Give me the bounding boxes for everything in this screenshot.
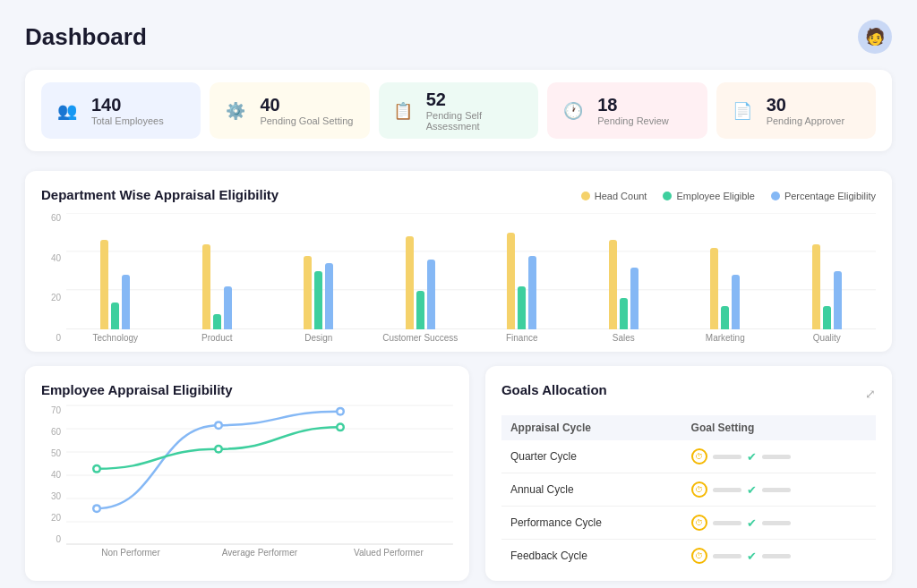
line-xaxis-label: Valued Performer	[324, 548, 453, 558]
legend-label: Employee Eligible	[676, 191, 754, 201]
goals-row: Annual Cycle ⏱ ✔	[501, 473, 876, 507]
bar-blue	[325, 263, 333, 329]
bar-yellow	[304, 256, 312, 329]
line-xaxis-label: Average Performer	[195, 548, 324, 558]
bar-blue	[224, 286, 232, 329]
goal-row-meta: ⏱ ✔	[691, 515, 867, 531]
bar-group	[66, 240, 165, 329]
goal-clock-icon: ⏱	[691, 448, 707, 464]
goal-clock-icon: ⏱	[691, 481, 707, 498]
goal-cycle-cell: Performance Cycle	[501, 507, 682, 540]
stat-icon-pending-goal: ⚙️	[220, 96, 251, 126]
bar-group	[270, 256, 368, 329]
stat-label-total-employees: Total Employees	[91, 115, 164, 126]
goal-bar-mini-2	[762, 455, 791, 459]
bar-green	[111, 303, 119, 329]
goals-title: Goals Allocation	[501, 382, 607, 397]
line-dot-inner	[95, 466, 99, 471]
line-chart-svg	[66, 405, 453, 544]
bar-group-label: Finance	[473, 333, 571, 343]
goal-setting-cell: ⏱ ✔	[682, 507, 876, 540]
line-chart-xaxis: Non PerformerAverage PerformerValued Per…	[66, 548, 453, 558]
stat-cards-container: 👥 140 Total Employees ⚙️ 40 Pending Goal…	[25, 70, 892, 151]
line-chart-area: 7060504030200	[66, 405, 453, 544]
stat-label-pending-self: Pending Self Assessment	[426, 110, 527, 132]
bottom-row: Employee Appraisal Eligibility 706050403…	[25, 366, 892, 581]
line-xaxis-label: Non Performer	[66, 548, 195, 558]
bar-chart-section: Department Wise Appraisal Eligibility He…	[25, 171, 892, 352]
bar-green	[416, 291, 424, 329]
bar-yellow	[406, 236, 414, 329]
goal-setting-cell: ⏱ ✔	[682, 473, 876, 507]
bar-group-inner	[473, 233, 571, 329]
legend-dot	[771, 192, 780, 200]
bar-group-label: Sales	[575, 333, 673, 343]
line-yaxis-label: 40	[41, 470, 61, 480]
stat-card-pending-self[interactable]: 📋 52 Pending Self Assessment	[379, 82, 538, 139]
goal-bar-mini-2	[762, 554, 791, 558]
goal-bar-mini	[713, 455, 741, 459]
line-dot-inner	[95, 507, 99, 511]
stat-card-pending-goal[interactable]: ⚙️ 40 Pending Goal Setting	[210, 82, 369, 139]
avatar[interactable]: 🧑	[858, 20, 892, 54]
bar-group	[778, 244, 877, 329]
stat-icon-pending-review: 🕐	[558, 96, 588, 126]
stat-num-pending-goal: 40	[260, 95, 353, 115]
bar-blue	[122, 275, 130, 329]
bar-chart-yaxis: 6040200	[41, 213, 61, 343]
stat-label-pending-review: Pending Review	[597, 115, 669, 126]
bar-group	[575, 240, 673, 329]
bar-green	[721, 306, 729, 329]
col-goal-setting: Goal Setting	[682, 415, 876, 440]
bar-green	[518, 286, 526, 329]
line-yaxis-label: 70	[41, 405, 61, 415]
bar-group-inner	[168, 244, 267, 329]
bar-yellow	[710, 248, 718, 329]
goals-row: Quarter Cycle ⏱ ✔	[501, 440, 876, 473]
goal-check-icon: ✔	[747, 450, 757, 464]
bar-group	[473, 233, 571, 329]
line-dot-inner	[217, 423, 221, 428]
legend-dot	[581, 192, 590, 200]
goal-cycle-cell: Quarter Cycle	[501, 440, 682, 473]
page-title: Dashboard	[25, 23, 147, 51]
stat-info-pending-review: 18 Pending Review	[597, 95, 669, 126]
bar-group-inner	[66, 240, 165, 329]
bar-yaxis-label: 60	[41, 213, 61, 223]
goal-bar-mini	[713, 521, 741, 525]
legend-label: Percentage Eligibility	[784, 191, 876, 201]
bar-group-label: Customer Success	[372, 333, 470, 343]
bar-yaxis-label: 0	[41, 333, 61, 343]
stat-card-pending-approver[interactable]: 📄 30 Pending Approver	[716, 82, 876, 139]
bar-yaxis-label: 20	[41, 293, 61, 303]
header-row: Dashboard 🧑	[25, 20, 892, 54]
expand-icon[interactable]: ⤢	[865, 387, 876, 401]
stat-num-total-employees: 140	[91, 95, 164, 115]
line-dot-inner	[339, 409, 343, 413]
bar-group-label: Product	[168, 333, 267, 343]
stat-card-pending-review[interactable]: 🕐 18 Pending Review	[547, 82, 707, 139]
bar-yellow	[507, 233, 515, 329]
bar-green	[620, 298, 628, 329]
bar-group-inner	[270, 256, 368, 329]
dashboard-wrapper: Dashboard 🧑 👥 140 Total Employees ⚙️ 40 …	[0, 0, 917, 588]
goal-bar-mini-2	[762, 488, 791, 492]
goal-check-icon: ✔	[747, 516, 757, 530]
line-chart-section: Employee Appraisal Eligibility 706050403…	[25, 366, 469, 581]
line-dot-inner	[217, 447, 221, 451]
bar-yellow	[812, 244, 820, 329]
goal-check-icon: ✔	[747, 550, 757, 563]
goals-row: Performance Cycle ⏱ ✔	[501, 507, 876, 540]
bar-yellow	[609, 240, 617, 329]
bar-group	[168, 244, 267, 329]
stat-info-pending-goal: 40 Pending Goal Setting	[260, 95, 353, 126]
goal-bar-mini-2	[762, 521, 791, 525]
bar-group-inner	[372, 236, 470, 329]
bar-blue	[427, 260, 435, 329]
stat-card-total-employees[interactable]: 👥 140 Total Employees	[41, 82, 201, 139]
goal-row-meta: ⏱ ✔	[691, 548, 867, 564]
bar-group-inner	[778, 244, 877, 329]
bar-yellow	[100, 240, 108, 329]
bar-group-inner	[575, 240, 673, 329]
col-appraisal-cycle: Appraisal Cycle	[501, 415, 682, 440]
